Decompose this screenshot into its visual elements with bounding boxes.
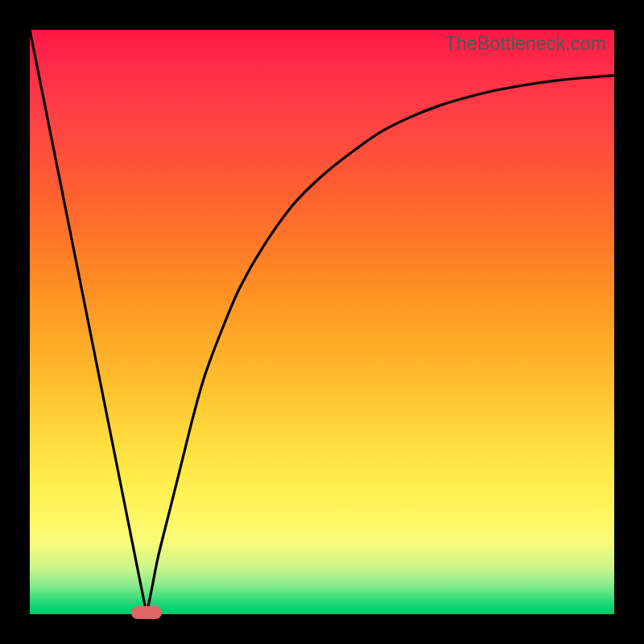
minimum-marker: [131, 606, 162, 619]
chart-frame: TheBottleneck.com: [0, 0, 644, 644]
plot-area: TheBottleneck.com: [30, 30, 614, 614]
bottleneck-curve: [30, 30, 614, 614]
watermark-label: TheBottleneck.com: [445, 33, 606, 55]
